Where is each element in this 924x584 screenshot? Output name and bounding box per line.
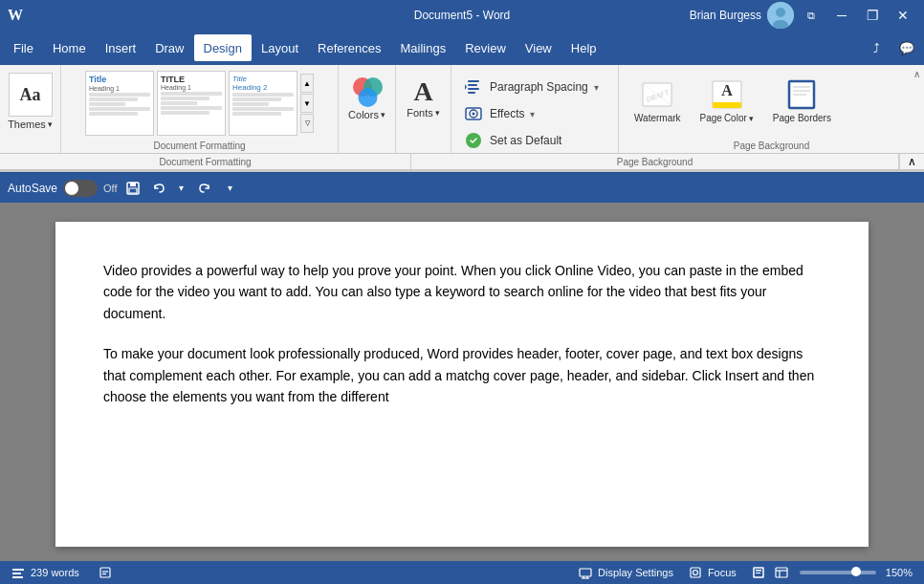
word-count[interactable]: 239 words [8,566,83,579]
comments-icon[interactable]: 💬 [893,34,920,61]
title-bar-left: W [8,7,23,24]
display-settings-label: Display Settings [598,567,673,578]
menu-bar: File Home Insert Draw Design Layout Refe… [0,31,924,65]
focus-button[interactable]: Focus [685,566,740,579]
web-layout-view[interactable] [771,566,792,579]
doc-format-thumb-2[interactable]: TITLE Heading 1 [157,71,226,136]
colors-arrow: ▾ [381,110,385,119]
doc-format-thumb-3[interactable]: Title Heading 2 [229,71,297,136]
toggle-knob [65,182,78,195]
svg-point-38 [693,571,697,575]
menu-help[interactable]: Help [561,34,606,61]
redo-button[interactable] [192,177,215,200]
fonts-content: A Fonts ▾ [405,69,443,138]
effects-label: Effects [490,107,524,120]
window-controls-icon[interactable]: ⧉ [798,2,825,29]
svg-point-5 [358,88,377,107]
zoom-slider[interactable] [800,571,876,574]
svg-rect-40 [756,570,761,572]
effects-icon [463,103,484,124]
focus-label: Focus [708,567,737,578]
svg-rect-37 [691,568,700,577]
ribbon-collapse-button[interactable]: ∧ [913,69,920,79]
svg-rect-27 [12,569,24,571]
display-settings-button[interactable]: Display Settings [575,566,677,579]
menu-mailings[interactable]: Mailings [391,34,456,61]
menu-layout[interactable]: Layout [252,34,308,61]
svg-point-13 [473,113,475,116]
menu-home[interactable]: Home [43,34,96,61]
user-avatar[interactable] [767,2,794,29]
menu-draw[interactable]: Draw [145,34,193,61]
svg-rect-26 [129,188,137,193]
title-bar: W Document5 - Word Brian Burgess ⧉ ─ ❐ ✕ [0,0,924,31]
paragraph-spacing-icon [463,76,484,97]
fonts-group: A Fonts ▾ [396,65,451,153]
username: Brian Burgess [690,9,761,22]
set-as-default-button[interactable]: Set as Default [459,128,610,153]
menu-view[interactable]: View [516,34,561,61]
status-bar: 239 words Display Settings [0,561,924,584]
page-color-arrow: ▾ [749,114,754,124]
svg-rect-9 [468,92,475,94]
save-button-qa[interactable] [121,177,144,200]
page-bg-section-label: Page Background [411,154,899,169]
colors-button[interactable]: Colors ▾ [348,73,386,120]
format-scroll-more[interactable]: ▽ [300,114,314,133]
menu-insert[interactable]: Insert [96,34,146,61]
close-button[interactable]: ✕ [890,2,916,29]
themes-group-content: Aa Themes ▾ [8,69,53,138]
watermark-label: Watermark [634,113,681,124]
word-app-icon: W [8,7,23,24]
zoom-level[interactable]: 150% [882,567,916,578]
menu-design[interactable]: Design [194,34,252,61]
svg-marker-10 [465,84,467,90]
menu-review[interactable]: Review [455,34,516,61]
format-scroll-up[interactable]: ▲ [300,74,314,93]
paragraph-spacing-button[interactable]: Paragraph Spacing ▾ [459,75,610,99]
svg-rect-18 [713,102,741,108]
view-buttons [748,566,792,579]
page-bg-content: DRAFT Watermark A [627,69,916,138]
autosave-toggle[interactable] [63,180,98,197]
page-borders-label: Page Borders [773,113,831,124]
page-color-icon: A [709,76,745,113]
watermark-button[interactable]: DRAFT Watermark [627,73,689,128]
par-effects-content: Paragraph Spacing ▾ Effects [459,69,610,153]
effects-button[interactable]: Effects ▾ [459,101,610,126]
menu-file[interactable]: File [4,34,43,61]
document-page: Video provides a powerful way to help yo… [55,222,869,547]
page-bg-group: DRAFT Watermark A [619,65,924,153]
doc-format-thumb-1[interactable]: Title Heading 1 [85,71,154,136]
fonts-label: Fonts ▾ [407,107,440,119]
paragraph-1: Video provides a powerful way to help yo… [103,260,821,324]
set-as-default-label: Set as Default [490,134,561,147]
svg-rect-7 [468,84,477,86]
checkmark-circle [466,133,481,148]
minimize-button[interactable]: ─ [828,2,855,29]
svg-rect-6 [468,80,479,82]
section-collapse-button[interactable]: ∧ [899,154,924,169]
fonts-button[interactable]: A Fonts ▾ [405,73,443,119]
proofing-icon[interactable] [95,566,116,579]
zoom-thumb[interactable] [851,567,861,576]
format-scroll-down[interactable]: ▼ [300,94,314,113]
svg-text:A: A [721,82,733,98]
page-color-button[interactable]: A Page Color ▾ [693,73,761,128]
doc-format-group: Title Heading 1 TITLE Heading 1 [61,65,339,153]
set-as-default-icon [463,130,484,151]
themes-group: Aa Themes ▾ [0,65,61,153]
menu-references[interactable]: References [308,34,390,61]
undo-button[interactable] [148,177,171,200]
colors-icon [350,75,385,109]
share-icon[interactable]: ⤴ [863,34,890,61]
colors-icon-container [348,73,386,111]
more-qa-button[interactable]: ▾ [219,177,242,200]
themes-button[interactable]: Aa Themes ▾ [8,73,53,130]
undo-dropdown[interactable]: ▾ [175,177,188,200]
paragraph-spacing-label: Paragraph Spacing [490,80,588,94]
restore-button[interactable]: ❐ [859,2,886,29]
page-borders-button[interactable]: Page Borders [765,73,839,128]
print-layout-view[interactable] [748,566,769,579]
svg-rect-28 [12,573,21,574]
